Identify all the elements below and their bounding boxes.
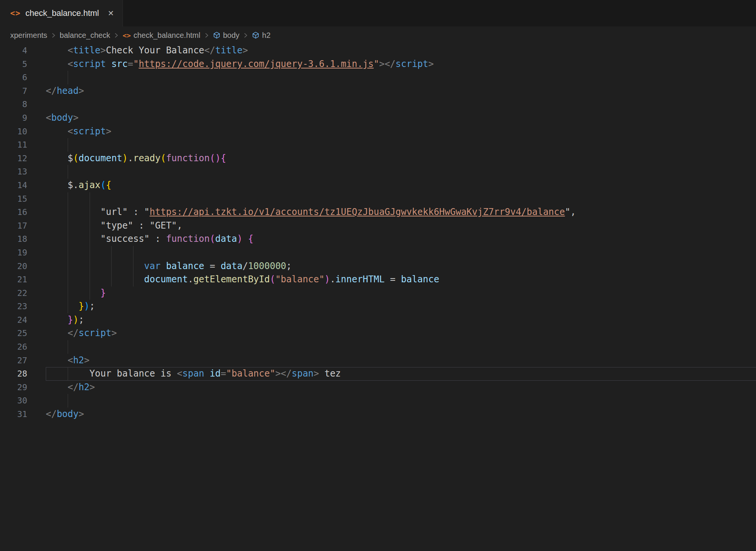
code-line-content[interactable] (46, 192, 756, 206)
code-line-content[interactable] (46, 340, 756, 354)
code-token: = (220, 368, 226, 379)
code-line-content[interactable]: }); (46, 300, 756, 313)
code-line-content[interactable]: var balance = data/1000000; (46, 260, 756, 273)
code-line-content[interactable]: <title>Check Your Balance</title> (46, 44, 756, 58)
code-line[interactable]: 20 var balance = data/1000000; (0, 260, 756, 273)
code-line[interactable]: 14 $.ajax({ (0, 179, 756, 192)
line-number: 30 (0, 394, 27, 408)
code-line[interactable]: 10 <script> (0, 125, 756, 139)
breadcrumb-item-balance-check[interactable]: balance_check (60, 31, 110, 40)
code-line[interactable]: 22 } (0, 286, 756, 300)
code-line[interactable]: 13 (0, 165, 756, 179)
code-line-content[interactable]: Your balance is <span id="balance"></spa… (46, 367, 756, 381)
code-line-content[interactable]: </head> (46, 84, 756, 98)
breadcrumb-label: xperiments (10, 31, 47, 40)
code-line-content[interactable]: </h2> (46, 381, 756, 394)
code-line-content[interactable]: <script> (46, 125, 756, 139)
code-line[interactable]: 11 (0, 138, 756, 152)
code-line-content[interactable]: document.getElementById("balance").inner… (46, 273, 756, 286)
code-line-content[interactable]: <h2> (46, 354, 756, 367)
code-line[interactable]: 9<body> (0, 111, 756, 125)
indent-guide (90, 246, 90, 260)
code-token: ajax (79, 180, 101, 190)
line-number: 29 (0, 381, 27, 394)
code-token: "balance" (275, 274, 324, 285)
code-token: = (385, 274, 401, 285)
code-line[interactable]: 5 <script src="https://code.jquery.com/j… (0, 58, 756, 71)
code-line-content[interactable] (46, 71, 756, 84)
code-line-content[interactable]: $.ajax({ (46, 179, 756, 192)
code-line[interactable]: 29 </h2> (0, 381, 756, 394)
code-line[interactable]: 19 (0, 246, 756, 260)
code-line-content[interactable]: "url" : "https://api.tzkt.io/v1/accounts… (46, 205, 756, 219)
code-token: = (204, 261, 220, 271)
line-number: 9 (0, 111, 27, 125)
code-line[interactable]: 8 (0, 98, 756, 111)
code-line-content[interactable] (46, 138, 756, 152)
indent-guide (68, 394, 68, 408)
code-line-content[interactable]: } (46, 286, 756, 300)
code-token: script (73, 126, 106, 137)
code-line-content[interactable]: }); (46, 313, 756, 327)
code-line[interactable]: 7</head> (0, 84, 756, 98)
code-token: https://api.tzkt.io/v1/accounts/tz1UEQzJ… (150, 207, 565, 217)
code-line[interactable]: 18 "success" : function(data) { (0, 232, 756, 246)
code-line-content[interactable]: "success" : function(data) { (46, 232, 756, 246)
code-line[interactable]: 26 (0, 340, 756, 354)
breadcrumb-item-body[interactable]: body (213, 31, 239, 40)
code-line[interactable]: 28 Your balance is <span id="balance"></… (0, 367, 756, 381)
code-token: > (242, 45, 248, 56)
code-line[interactable]: 27 <h2> (0, 354, 756, 367)
line-number: 20 (0, 260, 27, 273)
code-line[interactable]: 4 <title>Check Your Balance</title> (0, 44, 756, 58)
line-number: 18 (0, 232, 27, 246)
line-number: 27 (0, 354, 27, 367)
code-token: ) (237, 233, 242, 244)
code-line[interactable]: 24 }); (0, 313, 756, 327)
close-icon[interactable]: ✕ (108, 9, 114, 18)
code-token (160, 261, 166, 271)
indent-guide (68, 138, 68, 152)
code-line[interactable]: 16 "url" : "https://api.tzkt.io/v1/accou… (0, 205, 756, 219)
code-line-content[interactable]: <body> (46, 111, 756, 125)
code-token: </ (46, 409, 57, 419)
code-line-content[interactable] (46, 165, 756, 179)
code-line-content[interactable]: </body> (46, 408, 756, 421)
line-number: 24 (0, 313, 27, 327)
code-token: </ (204, 45, 215, 56)
code-line[interactable]: 23 }); (0, 300, 756, 313)
code-token: > (90, 382, 95, 392)
code-line[interactable]: 12 $(document).ready(function(){ (0, 152, 756, 165)
breadcrumb-item-check-balance-html[interactable]: <>check_balance.html (123, 31, 200, 40)
code-line[interactable]: 30 (0, 394, 756, 408)
code-token: ( (73, 153, 78, 163)
code-token: } (101, 288, 106, 298)
code-line-content[interactable]: </script> (46, 327, 756, 340)
code-line[interactable]: 25 </script> (0, 327, 756, 340)
chevron-right-icon (203, 32, 210, 39)
code-line-content[interactable]: $(document).ready(function(){ (46, 152, 756, 165)
indent-guide (133, 246, 134, 260)
code-line[interactable]: 17 "type" : "GET", (0, 219, 756, 233)
tab-check-balance-html[interactable]: <> check_balance.html ✕ (0, 0, 123, 26)
breadcrumb-item-xperiments[interactable]: xperiments (10, 31, 47, 40)
code-token (242, 233, 248, 244)
breadcrumb-item-h2[interactable]: h2 (252, 31, 270, 40)
code-line-content[interactable]: <script src="https://code.jquery.com/jqu… (46, 58, 756, 71)
code-token: $ (46, 153, 73, 163)
code-token: { (106, 180, 111, 190)
code-line[interactable]: 21 document.getElementById("balance").in… (0, 273, 756, 286)
code-token: https://code.jquery.com/jquery-3.6.1.min… (139, 59, 374, 69)
code-token: ></ (275, 368, 292, 379)
code-line[interactable]: 6 (0, 71, 756, 84)
code-line[interactable]: 31</body> (0, 408, 756, 421)
code-token: > (111, 328, 116, 338)
code-line-content[interactable] (46, 98, 756, 111)
code-line-content[interactable] (46, 394, 756, 408)
code-token: getElementById (193, 274, 270, 285)
code-token: { (220, 153, 226, 163)
code-token (46, 314, 68, 325)
code-line-content[interactable]: "type" : "GET", (46, 219, 756, 233)
code-line-content[interactable] (46, 246, 756, 260)
code-line[interactable]: 15 (0, 192, 756, 206)
